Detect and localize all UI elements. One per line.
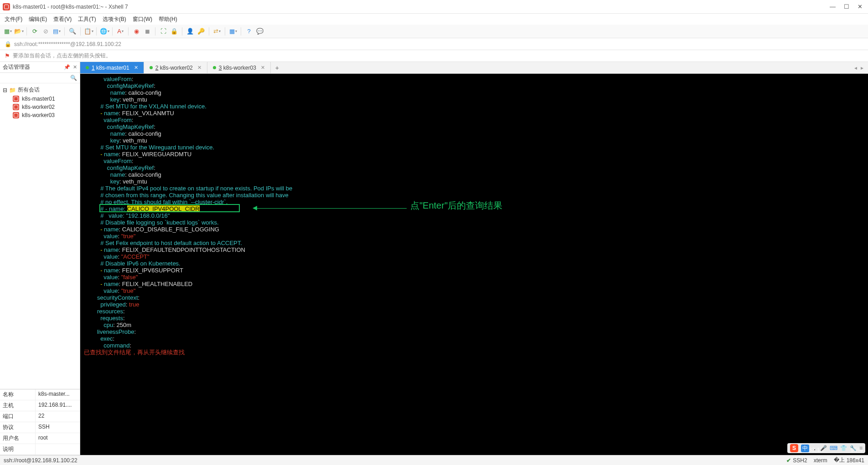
terminal[interactable]: valueFrom: configMapKeyRef: name: calico… xyxy=(80,74,868,455)
tree-root-label: 所有会话 xyxy=(18,86,40,94)
prop-value: k8s-master... xyxy=(36,389,80,400)
ime-bar[interactable]: S 中 ， 🎤 ⌨ 👕 🔧 ≡ xyxy=(787,443,865,453)
status-dot-icon xyxy=(86,66,89,69)
separator-icon xyxy=(241,27,241,36)
terminal-line: valueFrom: xyxy=(84,158,864,164)
tab[interactable]: 1 k8s-master01✕ xyxy=(80,62,144,73)
menu-view[interactable]: 查看(V) xyxy=(53,15,72,23)
ime-keyboard-icon[interactable]: ⌨ xyxy=(830,445,837,451)
copy-icon[interactable]: 📋 xyxy=(84,27,93,36)
tab[interactable]: 2 k8s-worker02✕ xyxy=(144,62,207,73)
menu-tools[interactable]: 工具(T) xyxy=(78,15,96,23)
search-icon[interactable]: 🔍 xyxy=(68,27,77,36)
tree-item[interactable]: k8s-worker02 xyxy=(0,103,80,111)
sidebar: 会话管理器 📌 ✕ 🔍 ⊟ 📁 所有会话 k8s-master01k8s-wor… xyxy=(0,62,80,455)
session-icon xyxy=(13,112,19,118)
terminal-line: value: "false" xyxy=(84,274,864,281)
menu-edit[interactable]: 编辑(E) xyxy=(29,15,47,23)
terminal-line: - name: CALICO_DISABLE_FILE_LOGGING xyxy=(84,226,864,233)
sogou-icon[interactable]: S xyxy=(790,444,798,452)
stop-icon[interactable]: ◼ xyxy=(143,27,151,36)
prop-key: 端口 xyxy=(0,411,36,422)
prop-key: 用户名 xyxy=(0,433,36,444)
tab-close-icon[interactable]: ✕ xyxy=(261,65,265,71)
hint-text: 要添加当前会话，点击左侧的箭头按钮。 xyxy=(13,52,111,60)
profile-icon[interactable]: ▤ xyxy=(52,27,61,36)
separator-icon xyxy=(64,27,65,36)
status-term: xterm xyxy=(814,457,827,464)
close-icon[interactable]: ✕ xyxy=(73,64,77,70)
terminal-line: privileged: true xyxy=(84,301,864,308)
globe-icon[interactable]: 🌐 xyxy=(100,27,108,36)
terminal-line: # Set MTU for the Wireguard tunnel devic… xyxy=(84,144,864,151)
prop-value: SSH xyxy=(36,422,80,433)
minimize-button[interactable]: — xyxy=(830,3,836,10)
tree-item[interactable]: k8s-master01 xyxy=(0,95,80,103)
terminal-line: livenessProbe: xyxy=(84,328,864,335)
status-ok-icon: ✔ xyxy=(786,457,791,464)
menu-file[interactable]: 文件(F) xyxy=(5,15,22,23)
terminal-line: - name: FELIX_HEALTHENABLED xyxy=(84,281,864,287)
tab-prev-icon[interactable]: ◂ xyxy=(854,65,857,71)
help-icon[interactable]: ? xyxy=(245,27,253,36)
tab[interactable]: 3 k8s-worker03✕ xyxy=(207,62,271,73)
layout-icon[interactable]: ▦ xyxy=(229,27,237,36)
prop-key: 协议 xyxy=(0,422,36,433)
font-icon[interactable]: A xyxy=(116,27,124,36)
tree-root[interactable]: ⊟ 📁 所有会话 xyxy=(0,85,80,95)
tab-label: 1 k8s-master01 xyxy=(92,65,129,71)
transfer-icon[interactable]: ⇄ xyxy=(213,27,221,36)
tab-next-icon[interactable]: ▸ xyxy=(861,65,863,71)
terminal-line: key: veth_mtu xyxy=(84,178,864,185)
tab-close-icon[interactable]: ✕ xyxy=(134,65,138,71)
record-icon[interactable]: ◉ xyxy=(132,27,140,36)
ime-lang[interactable]: 中 xyxy=(801,445,809,452)
collapse-icon[interactable]: ⊟ xyxy=(3,87,7,93)
prop-row: 用户名root xyxy=(0,433,80,444)
titlebar: k8s-master01 - root@k8s-master01:~ - Xsh… xyxy=(0,0,868,14)
menu-tab[interactable]: 选项卡(B) xyxy=(103,15,126,23)
toolbar: ▦ 📂 ⟳ ⊘ ▤ 🔍 📋 🌐 A ◉ ◼ ⛶ 🔒 👤 🔑 ⇄ ▦ ? 💬 xyxy=(0,25,868,38)
tab-label: 3 k8s-worker03 xyxy=(219,65,256,71)
separator-icon xyxy=(80,27,81,36)
close-button[interactable]: ✕ xyxy=(858,3,863,10)
ime-mic-icon[interactable]: 🎤 xyxy=(820,445,827,451)
lock-icon[interactable]: 🔒 xyxy=(170,27,178,36)
add-tab-button[interactable]: + xyxy=(271,62,284,73)
fullscreen-icon[interactable]: ⛶ xyxy=(159,27,167,36)
prop-row: 说明 xyxy=(0,444,80,455)
sidebar-search[interactable]: 🔍 xyxy=(0,73,80,83)
terminal-line: value: "true" xyxy=(84,233,864,240)
tree-item[interactable]: k8s-worker03 xyxy=(0,111,80,119)
pin-icon[interactable]: 📌 xyxy=(64,64,70,70)
size-icon: �上 xyxy=(834,456,845,464)
menu-help[interactable]: 帮助(H) xyxy=(159,15,177,23)
reconnect-icon[interactable]: ⟳ xyxy=(31,27,39,36)
terminal-line: valueFrom: xyxy=(84,117,864,123)
ime-tool-icon[interactable]: 🔧 xyxy=(850,445,857,451)
terminal-line: # Disable IPv6 on Kubernetes. xyxy=(84,260,864,267)
open-icon[interactable]: 📂 xyxy=(15,27,23,36)
ime-skin-icon[interactable]: 👕 xyxy=(840,445,847,451)
chat-icon[interactable]: 💬 xyxy=(256,27,264,36)
maximize-button[interactable]: ☐ xyxy=(844,3,849,10)
separator-icon xyxy=(96,27,97,36)
session-icon xyxy=(13,96,19,102)
terminal-line: securityContext: xyxy=(84,294,864,301)
status-size: 186x41 xyxy=(847,457,864,464)
terminal-line: exec: xyxy=(84,335,864,342)
key-icon[interactable]: 🔑 xyxy=(197,27,205,36)
terminal-line: value: "true" xyxy=(84,287,864,294)
tab-close-icon[interactable]: ✕ xyxy=(197,65,202,71)
session-tree: ⊟ 📁 所有会话 k8s-master01k8s-worker02k8s-wor… xyxy=(0,83,80,389)
prop-row: 名称k8s-master... xyxy=(0,389,80,400)
ime-menu-icon[interactable]: ≡ xyxy=(859,445,863,451)
menu-window[interactable]: 窗口(W) xyxy=(133,15,152,23)
user-icon[interactable]: 👤 xyxy=(186,27,194,36)
terminal-line: key: veth_mtu xyxy=(84,137,864,144)
address-url[interactable]: ssh://root:***************@192.168.91.10… xyxy=(14,41,121,47)
new-session-icon[interactable]: ▦ xyxy=(4,27,12,36)
tab-bar: 1 k8s-master01✕2 k8s-worker02✕3 k8s-work… xyxy=(80,62,868,74)
ime-punct-icon[interactable]: ， xyxy=(812,445,817,452)
disconnect-icon[interactable]: ⊘ xyxy=(41,27,50,36)
